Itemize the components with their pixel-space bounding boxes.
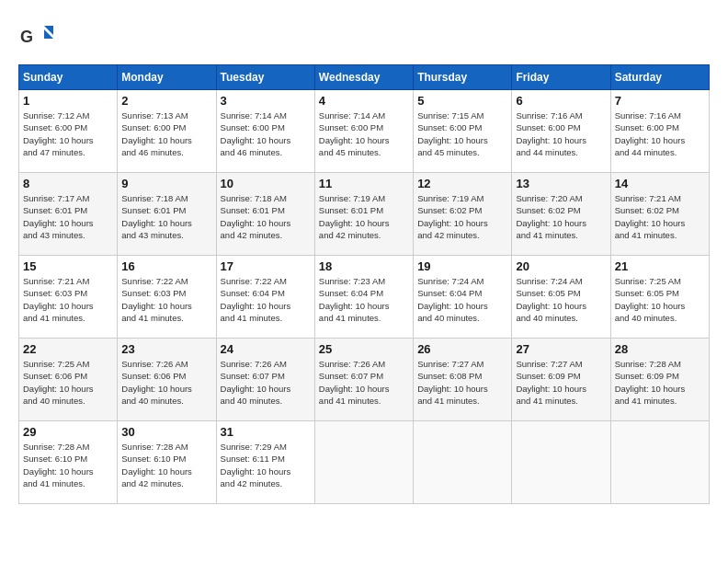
week-row-3: 15Sunrise: 7:21 AM Sunset: 6:03 PM Dayli… xyxy=(19,256,710,339)
weekday-header-row: SundayMondayTuesdayWednesdayThursdayFrid… xyxy=(19,65,710,90)
day-number: 31 xyxy=(221,425,311,439)
weekday-header-saturday: Saturday xyxy=(610,65,709,90)
day-cell-12: 12Sunrise: 7:19 AM Sunset: 6:02 PM Dayli… xyxy=(414,173,512,256)
week-row-2: 8Sunrise: 7:17 AM Sunset: 6:01 PM Daylig… xyxy=(19,173,710,256)
day-cell-5: 5Sunrise: 7:15 AM Sunset: 6:00 PM Daylig… xyxy=(414,90,512,173)
day-number: 17 xyxy=(221,259,311,273)
day-number: 15 xyxy=(23,259,113,273)
day-info: Sunrise: 7:22 AM Sunset: 6:03 PM Dayligh… xyxy=(121,275,211,324)
day-cell-3: 3Sunrise: 7:14 AM Sunset: 6:00 PM Daylig… xyxy=(216,90,314,173)
day-cell-21: 21Sunrise: 7:25 AM Sunset: 6:05 PM Dayli… xyxy=(610,256,709,339)
day-cell-27: 27Sunrise: 7:27 AM Sunset: 6:09 PM Dayli… xyxy=(512,339,610,421)
weekday-header-sunday: Sunday xyxy=(19,65,118,90)
day-cell-20: 20Sunrise: 7:24 AM Sunset: 6:05 PM Dayli… xyxy=(512,256,610,339)
weekday-header-friday: Friday xyxy=(512,65,610,90)
day-info: Sunrise: 7:28 AM Sunset: 6:09 PM Dayligh… xyxy=(615,358,705,407)
day-info: Sunrise: 7:25 AM Sunset: 6:05 PM Dayligh… xyxy=(615,275,705,324)
day-number: 21 xyxy=(615,259,705,273)
day-info: Sunrise: 7:29 AM Sunset: 6:11 PM Dayligh… xyxy=(221,441,311,489)
day-number: 18 xyxy=(319,259,409,273)
empty-cell xyxy=(314,421,413,504)
day-number: 8 xyxy=(23,177,113,190)
day-info: Sunrise: 7:21 AM Sunset: 6:03 PM Dayligh… xyxy=(23,275,113,324)
day-info: Sunrise: 7:24 AM Sunset: 6:04 PM Dayligh… xyxy=(417,275,507,324)
day-cell-28: 28Sunrise: 7:28 AM Sunset: 6:09 PM Dayli… xyxy=(610,339,709,421)
day-info: Sunrise: 7:21 AM Sunset: 6:02 PM Dayligh… xyxy=(615,192,705,241)
page-header: G xyxy=(18,18,710,55)
day-cell-17: 17Sunrise: 7:22 AM Sunset: 6:04 PM Dayli… xyxy=(216,256,314,339)
day-info: Sunrise: 7:12 AM Sunset: 6:00 PM Dayligh… xyxy=(23,109,113,158)
day-cell-26: 26Sunrise: 7:27 AM Sunset: 6:08 PM Dayli… xyxy=(414,339,512,421)
empty-cell xyxy=(512,421,610,504)
day-cell-8: 8Sunrise: 7:17 AM Sunset: 6:01 PM Daylig… xyxy=(19,173,118,256)
day-number: 27 xyxy=(516,342,606,356)
day-cell-14: 14Sunrise: 7:21 AM Sunset: 6:02 PM Dayli… xyxy=(610,173,709,256)
day-info: Sunrise: 7:16 AM Sunset: 6:00 PM Dayligh… xyxy=(516,109,606,158)
day-number: 19 xyxy=(417,259,507,273)
week-row-4: 22Sunrise: 7:25 AM Sunset: 6:06 PM Dayli… xyxy=(19,339,710,421)
day-info: Sunrise: 7:27 AM Sunset: 6:08 PM Dayligh… xyxy=(417,358,507,407)
day-cell-11: 11Sunrise: 7:19 AM Sunset: 6:01 PM Dayli… xyxy=(314,173,413,256)
day-cell-23: 23Sunrise: 7:26 AM Sunset: 6:06 PM Dayli… xyxy=(118,339,216,421)
day-info: Sunrise: 7:13 AM Sunset: 6:00 PM Dayligh… xyxy=(121,109,211,158)
logo-icon: G xyxy=(18,18,55,55)
day-info: Sunrise: 7:15 AM Sunset: 6:00 PM Dayligh… xyxy=(417,109,507,158)
day-cell-7: 7Sunrise: 7:16 AM Sunset: 6:00 PM Daylig… xyxy=(610,90,709,173)
day-number: 24 xyxy=(221,342,311,356)
day-number: 2 xyxy=(121,94,211,108)
day-info: Sunrise: 7:26 AM Sunset: 6:06 PM Dayligh… xyxy=(121,358,211,407)
day-info: Sunrise: 7:14 AM Sunset: 6:00 PM Dayligh… xyxy=(319,109,409,158)
week-row-5: 29Sunrise: 7:28 AM Sunset: 6:10 PM Dayli… xyxy=(19,421,710,504)
day-number: 9 xyxy=(121,177,211,190)
day-number: 20 xyxy=(516,259,606,273)
day-number: 10 xyxy=(221,177,311,190)
day-info: Sunrise: 7:19 AM Sunset: 6:02 PM Dayligh… xyxy=(417,192,507,241)
day-number: 26 xyxy=(417,342,507,356)
day-cell-2: 2Sunrise: 7:13 AM Sunset: 6:00 PM Daylig… xyxy=(118,90,216,173)
week-row-1: 1Sunrise: 7:12 AM Sunset: 6:00 PM Daylig… xyxy=(19,90,710,173)
day-cell-10: 10Sunrise: 7:18 AM Sunset: 6:01 PM Dayli… xyxy=(216,173,314,256)
day-info: Sunrise: 7:26 AM Sunset: 6:07 PM Dayligh… xyxy=(319,358,409,407)
day-info: Sunrise: 7:17 AM Sunset: 6:01 PM Dayligh… xyxy=(23,192,113,241)
day-cell-13: 13Sunrise: 7:20 AM Sunset: 6:02 PM Dayli… xyxy=(512,173,610,256)
day-cell-6: 6Sunrise: 7:16 AM Sunset: 6:00 PM Daylig… xyxy=(512,90,610,173)
day-info: Sunrise: 7:14 AM Sunset: 6:00 PM Dayligh… xyxy=(221,109,311,158)
svg-text:G: G xyxy=(20,28,33,46)
day-number: 6 xyxy=(516,94,606,108)
day-number: 12 xyxy=(417,177,507,190)
day-cell-31: 31Sunrise: 7:29 AM Sunset: 6:11 PM Dayli… xyxy=(216,421,314,504)
weekday-header-tuesday: Tuesday xyxy=(216,65,314,90)
day-number: 30 xyxy=(121,425,211,439)
day-cell-18: 18Sunrise: 7:23 AM Sunset: 6:04 PM Dayli… xyxy=(314,256,413,339)
empty-cell xyxy=(414,421,512,504)
day-cell-29: 29Sunrise: 7:28 AM Sunset: 6:10 PM Dayli… xyxy=(19,421,118,504)
day-info: Sunrise: 7:28 AM Sunset: 6:10 PM Dayligh… xyxy=(121,441,211,489)
day-info: Sunrise: 7:20 AM Sunset: 6:02 PM Dayligh… xyxy=(516,192,606,241)
day-info: Sunrise: 7:22 AM Sunset: 6:04 PM Dayligh… xyxy=(221,275,311,324)
weekday-header-wednesday: Wednesday xyxy=(314,65,413,90)
day-number: 4 xyxy=(319,94,409,108)
day-number: 23 xyxy=(121,342,211,356)
day-cell-1: 1Sunrise: 7:12 AM Sunset: 6:00 PM Daylig… xyxy=(19,90,118,173)
day-info: Sunrise: 7:19 AM Sunset: 6:01 PM Dayligh… xyxy=(319,192,409,241)
day-number: 14 xyxy=(615,177,705,190)
day-number: 25 xyxy=(319,342,409,356)
day-number: 7 xyxy=(615,94,705,108)
day-number: 5 xyxy=(417,94,507,108)
day-number: 3 xyxy=(221,94,311,108)
day-cell-25: 25Sunrise: 7:26 AM Sunset: 6:07 PM Dayli… xyxy=(314,339,413,421)
day-cell-15: 15Sunrise: 7:21 AM Sunset: 6:03 PM Dayli… xyxy=(19,256,118,339)
empty-cell xyxy=(610,421,709,504)
day-cell-19: 19Sunrise: 7:24 AM Sunset: 6:04 PM Dayli… xyxy=(414,256,512,339)
weekday-header-thursday: Thursday xyxy=(414,65,512,90)
day-cell-22: 22Sunrise: 7:25 AM Sunset: 6:06 PM Dayli… xyxy=(19,339,118,421)
day-info: Sunrise: 7:25 AM Sunset: 6:06 PM Dayligh… xyxy=(23,358,113,407)
logo: G xyxy=(18,18,59,55)
day-cell-9: 9Sunrise: 7:18 AM Sunset: 6:01 PM Daylig… xyxy=(118,173,216,256)
day-number: 22 xyxy=(23,342,113,356)
day-info: Sunrise: 7:24 AM Sunset: 6:05 PM Dayligh… xyxy=(516,275,606,324)
day-info: Sunrise: 7:28 AM Sunset: 6:10 PM Dayligh… xyxy=(23,441,113,489)
day-number: 29 xyxy=(23,425,113,439)
day-number: 1 xyxy=(23,94,113,108)
day-cell-30: 30Sunrise: 7:28 AM Sunset: 6:10 PM Dayli… xyxy=(118,421,216,504)
